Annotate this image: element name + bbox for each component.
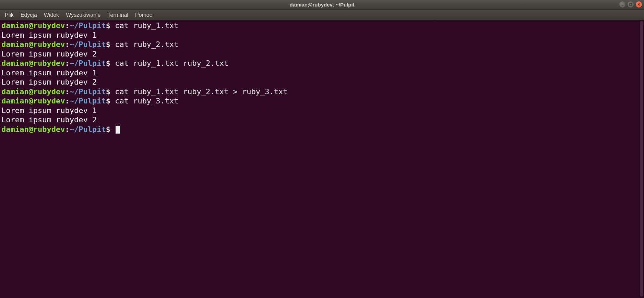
prompt-separator: : xyxy=(65,125,69,134)
prompt-user-host: damian@rubydev xyxy=(1,40,65,49)
prompt-symbol: $ xyxy=(106,21,115,30)
command-text: cat ruby_1.txt ruby_2.txt xyxy=(115,59,228,67)
prompt-path: ~/Pulpit xyxy=(70,40,106,49)
prompt-separator: : xyxy=(65,97,69,105)
terminal-prompt-line: damian@rubydev:~/Pulpit$ cat ruby_3.txt xyxy=(1,96,643,106)
command-text: cat ruby_1.txt xyxy=(115,21,178,30)
output-text: Lorem ipsum rubydev 2 xyxy=(1,78,97,86)
output-text: Lorem ipsum rubydev 1 xyxy=(1,69,97,77)
window-controls xyxy=(619,1,642,8)
prompt-separator: : xyxy=(65,21,69,30)
svg-rect-1 xyxy=(630,3,632,5)
window-title: damian@rubydev: ~/Pulpit xyxy=(289,2,354,8)
menu-file[interactable]: Plik xyxy=(1,11,17,20)
prompt-separator: : xyxy=(65,87,69,96)
terminal-output-line: Lorem ipsum rubydev 1 xyxy=(1,106,643,115)
prompt-path: ~/Pulpit xyxy=(70,21,106,30)
terminal-prompt-line: damian@rubydev:~/Pulpit$ cat ruby_2.txt xyxy=(1,40,643,49)
output-text: Lorem ipsum rubydev 1 xyxy=(1,31,97,39)
output-text: Lorem ipsum rubydev 2 xyxy=(1,115,97,124)
window-titlebar: damian@rubydev: ~/Pulpit xyxy=(0,0,644,10)
prompt-path: ~/Pulpit xyxy=(70,125,106,134)
terminal-prompt-line: damian@rubydev:~/Pulpit$ cat ruby_1.txt … xyxy=(1,59,643,68)
command-text: cat ruby_1.txt ruby_2.txt > ruby_3.txt xyxy=(115,87,287,96)
menubar: Plik Edycja Widok Wyszukiwanie Terminal … xyxy=(0,10,644,20)
scrollbar-thumb[interactable] xyxy=(640,21,643,297)
prompt-user-host: damian@rubydev xyxy=(1,87,65,96)
prompt-symbol: $ xyxy=(106,97,115,105)
terminal-output-line: Lorem ipsum rubydev 1 xyxy=(1,68,643,78)
terminal-output-line: Lorem ipsum rubydev 2 xyxy=(1,77,643,87)
terminal-output-line: Lorem ipsum rubydev 1 xyxy=(1,30,643,40)
prompt-separator: : xyxy=(65,40,69,49)
prompt-user-host: damian@rubydev xyxy=(1,97,65,105)
terminal-prompt-line: damian@rubydev:~/Pulpit$ cat ruby_1.txt … xyxy=(1,87,643,97)
minimize-button[interactable] xyxy=(619,1,625,8)
command-text: cat ruby_2.txt xyxy=(115,40,178,49)
prompt-separator: : xyxy=(65,59,69,67)
prompt-path: ~/Pulpit xyxy=(70,59,106,67)
terminal-output-line: Lorem ipsum rubydev 2 xyxy=(1,115,643,125)
prompt-path: ~/Pulpit xyxy=(70,87,106,96)
prompt-user-host: damian@rubydev xyxy=(1,59,65,67)
menu-edit[interactable]: Edycja xyxy=(17,11,40,20)
menu-help[interactable]: Pomoc xyxy=(132,11,156,20)
prompt-symbol: $ xyxy=(106,87,115,96)
menu-view[interactable]: Widok xyxy=(40,11,62,20)
scrollbar[interactable] xyxy=(639,20,644,298)
command-text: cat ruby_3.txt xyxy=(115,97,178,105)
terminal-prompt-line: damian@rubydev:~/Pulpit$ xyxy=(1,125,643,134)
prompt-symbol: $ xyxy=(106,40,115,49)
maximize-button[interactable] xyxy=(628,1,634,8)
terminal-output[interactable]: damian@rubydev:~/Pulpit$ cat ruby_1.txtL… xyxy=(0,20,644,135)
maximize-icon xyxy=(629,3,632,6)
prompt-symbol: $ xyxy=(106,59,115,67)
menu-search[interactable]: Wyszukiwanie xyxy=(62,11,104,20)
prompt-path: ~/Pulpit xyxy=(70,97,106,105)
output-text: Lorem ipsum rubydev 2 xyxy=(1,50,97,58)
prompt-user-host: damian@rubydev xyxy=(1,21,65,30)
terminal-prompt-line: damian@rubydev:~/Pulpit$ cat ruby_1.txt xyxy=(1,21,643,30)
prompt-user-host: damian@rubydev xyxy=(1,125,65,134)
minimize-icon xyxy=(621,3,624,6)
cursor xyxy=(116,126,120,134)
output-text: Lorem ipsum rubydev 1 xyxy=(1,106,97,115)
terminal-output-line: Lorem ipsum rubydev 2 xyxy=(1,49,643,59)
close-icon xyxy=(637,3,641,6)
menu-terminal[interactable]: Terminal xyxy=(104,11,131,20)
close-button[interactable] xyxy=(636,1,642,8)
prompt-symbol: $ xyxy=(106,125,115,134)
